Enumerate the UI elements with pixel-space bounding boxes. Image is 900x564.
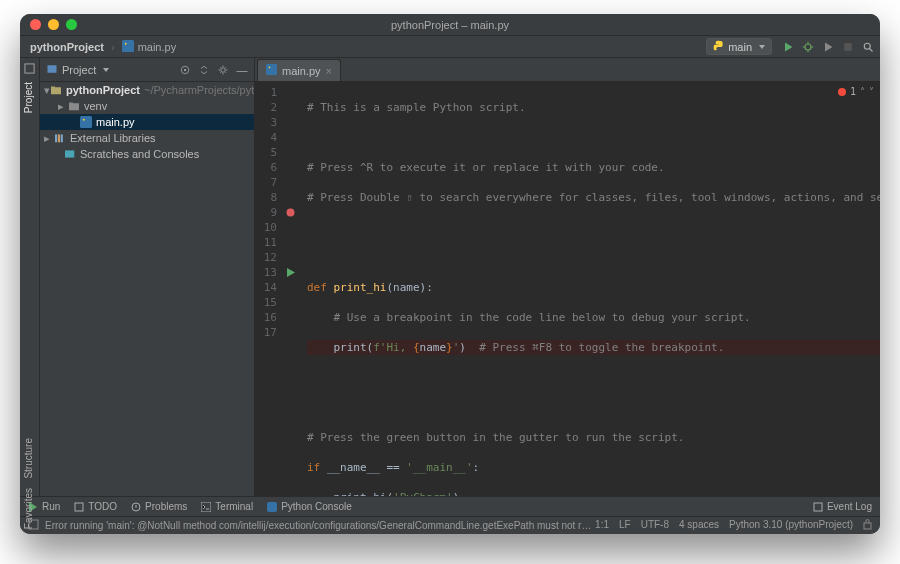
editor-tab-label: main.py — [282, 65, 321, 77]
code-text: 'PyCharm' — [393, 491, 453, 496]
project-panel-title[interactable]: Project — [62, 64, 96, 76]
python-console-tool-tab[interactable]: Python Console — [267, 501, 352, 512]
todo-tool-tab[interactable]: TODO — [74, 501, 117, 512]
titlebar: pythonProject – main.py — [20, 14, 880, 36]
svg-rect-21 — [201, 502, 211, 512]
navigation-bar: pythonProject › main.py main — [20, 36, 880, 58]
folder-icon — [68, 101, 80, 111]
chevron-down-icon[interactable]: ˅ — [869, 86, 874, 97]
favorites-tool-tab[interactable]: Favorites — [23, 488, 34, 529]
caret-position[interactable]: 1:1 — [595, 519, 609, 532]
svg-point-4 — [864, 43, 870, 49]
code-text: ) — [453, 491, 460, 496]
line-number: 5 — [255, 145, 277, 160]
line-number: 2 — [255, 100, 277, 115]
svg-rect-3 — [844, 43, 852, 51]
left-tool-strip: Project Structure Favorites — [20, 58, 40, 496]
python-file-icon — [80, 116, 92, 128]
project-tool-tab[interactable]: Project — [23, 82, 34, 113]
svg-rect-19 — [75, 503, 83, 511]
line-gutter[interactable]: 1 2 3 4 5 6 7 8 9 10 11 12 13 14 15 16 1 — [255, 82, 283, 496]
line-number: 13 — [255, 265, 277, 280]
project-panel: Project — ▾ pythonProject ~/PycharmProje… — [40, 58, 255, 496]
code-text: # Use a breakpoint in the code line belo… — [307, 311, 751, 324]
code-text: (name): — [386, 281, 432, 294]
select-opened-file-icon[interactable] — [179, 64, 191, 76]
code-text: print_hi — [334, 281, 387, 294]
error-count: 1 — [850, 86, 856, 97]
code-text: : — [473, 461, 480, 474]
python-icon — [713, 40, 724, 53]
tree-node-external-libs[interactable]: ▸ External Libraries — [40, 130, 254, 146]
svg-rect-10 — [80, 116, 92, 128]
hide-panel-icon[interactable]: — — [236, 64, 248, 76]
line-number: 6 — [255, 160, 277, 175]
file-encoding[interactable]: UTF-8 — [641, 519, 669, 532]
problems-tool-tab[interactable]: Problems — [131, 501, 187, 512]
terminal-tool-tab[interactable]: Terminal — [201, 501, 253, 512]
status-message[interactable]: Error running 'main': @NotNull method co… — [45, 520, 595, 531]
tree-node-scratches[interactable]: Scratches and Consoles — [40, 146, 254, 162]
python-file-icon — [266, 64, 277, 77]
tree-root[interactable]: ▾ pythonProject ~/PycharmProjects/python… — [40, 82, 254, 98]
ide-window: pythonProject – main.py pythonProject › … — [20, 14, 880, 534]
line-number: 9 — [255, 205, 277, 220]
code-text: # Press ^R to execute it or replace it w… — [307, 161, 665, 174]
code-text: ) — [459, 341, 479, 354]
tree-root-path: ~/PycharmProjects/pythonProject — [144, 84, 254, 96]
code-text: # Press Double ⇧ to search everywhere fo… — [307, 191, 880, 204]
status-bar: Error running 'main': @NotNull method co… — [20, 516, 880, 534]
tree-node-venv[interactable]: ▸ venv — [40, 98, 254, 114]
lock-icon[interactable] — [863, 519, 872, 532]
svg-point-17 — [269, 67, 271, 69]
line-separator[interactable]: LF — [619, 519, 631, 532]
line-number: 7 — [255, 175, 277, 190]
svg-point-2 — [805, 44, 811, 50]
window-title: pythonProject – main.py — [20, 19, 880, 31]
editor-tabs: main.py × — [255, 58, 880, 82]
code-text: } — [446, 341, 453, 354]
code-text: # Press ⌘F8 to toggle the breakpoint. — [479, 341, 724, 354]
code-editor[interactable]: 1 2 3 4 5 6 7 8 9 10 11 12 13 14 15 16 1 — [255, 82, 880, 496]
editor-area: main.py × 1 2 3 4 5 6 7 8 9 10 11 12 — [255, 58, 880, 496]
line-number: 12 — [255, 250, 277, 265]
structure-tool-tab[interactable]: Structure — [23, 438, 34, 479]
code-text: { — [413, 341, 420, 354]
debug-button[interactable] — [802, 41, 814, 53]
chevron-up-icon[interactable]: ˄ — [860, 86, 865, 97]
expand-all-icon[interactable] — [198, 64, 210, 76]
tree-label: External Libraries — [70, 132, 156, 144]
indent-setting[interactable]: 4 spaces — [679, 519, 719, 532]
editor-tab-main[interactable]: main.py × — [257, 59, 341, 81]
inspection-widget[interactable]: 1 ˄ ˅ — [838, 86, 874, 97]
event-log-tool-tab[interactable]: Event Log — [813, 501, 872, 512]
run-config-name: main — [728, 41, 752, 53]
breadcrumb[interactable]: pythonProject › main.py — [26, 40, 176, 54]
tree-label: main.py — [96, 116, 135, 128]
svg-rect-22 — [267, 502, 277, 512]
run-config-selector[interactable]: main — [706, 38, 772, 55]
project-tool-icon[interactable] — [24, 63, 35, 74]
run-button[interactable] — [782, 41, 794, 53]
interpreter[interactable]: Python 3.10 (pythonProject) — [729, 519, 853, 532]
project-panel-header: Project — — [40, 58, 254, 82]
line-number: 16 — [255, 310, 277, 325]
breadcrumb-file: main.py — [138, 41, 177, 53]
tree-node-main-py[interactable]: main.py — [40, 114, 254, 130]
run-with-coverage-button[interactable] — [822, 41, 834, 53]
code-area[interactable]: # This is a sample Python script. # Pres… — [283, 82, 880, 496]
code-text: print_hi( — [307, 491, 393, 496]
line-number: 15 — [255, 295, 277, 310]
svg-point-11 — [83, 119, 85, 121]
svg-rect-15 — [65, 150, 74, 157]
python-file-icon — [122, 40, 134, 54]
code-text: if — [307, 461, 327, 474]
code-text: # This is a sample Python script. — [307, 101, 526, 114]
search-everywhere-button[interactable] — [862, 41, 874, 53]
stop-button[interactable] — [842, 41, 854, 53]
chevron-down-icon[interactable] — [103, 68, 109, 72]
settings-gear-icon[interactable] — [217, 64, 229, 76]
project-tree[interactable]: ▾ pythonProject ~/PycharmProjects/python… — [40, 82, 254, 496]
close-tab-icon[interactable]: × — [326, 65, 332, 77]
tree-label: Scratches and Consoles — [80, 148, 199, 160]
